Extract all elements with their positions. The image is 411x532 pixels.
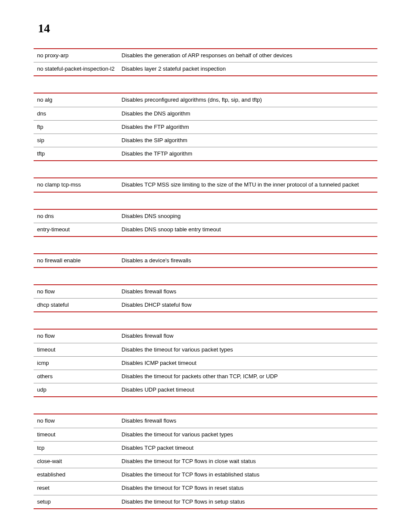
parameter-cell: tcp <box>34 441 118 454</box>
description-cell: Disables firewall flow <box>118 329 377 343</box>
description-cell: Disables the timeout for TCP flows in es… <box>118 468 377 482</box>
table-row: no firewall enableDisables a device's fi… <box>34 254 377 268</box>
table-row: no flowDisables firewall flow <box>34 329 377 343</box>
parameter-cell: tftp <box>34 147 118 161</box>
table-row: establishedDisables the timeout for TCP … <box>34 468 377 482</box>
reference-table: no algDisables preconfigured algorithms … <box>34 93 377 161</box>
table-row: resetDisables the timeout for TCP flows … <box>34 482 377 495</box>
table-row: othersDisables the timeout for packets o… <box>34 370 377 383</box>
description-cell: Disables TCP packet timeout <box>118 441 377 454</box>
table-row: dnsDisables the DNS algorithm <box>34 107 377 120</box>
parameter-cell: icmp <box>34 356 118 370</box>
parameter-cell: no dns <box>34 209 118 223</box>
description-cell: Disables the DNS algorithm <box>118 107 377 120</box>
table-row: close-waitDisables the timeout for TCP f… <box>34 454 377 468</box>
parameter-cell: no flow <box>34 329 118 343</box>
description-cell: Disables the timeout for packets other t… <box>118 370 377 383</box>
reference-table: no flowDisables firewall flowstimeoutDis… <box>34 414 377 509</box>
table-row: sipDisables the SIP algorithm <box>34 134 377 147</box>
parameter-cell: no stateful-packet-inspection-l2 <box>34 62 118 76</box>
parameter-cell: no clamp tcp-mss <box>34 178 118 192</box>
tables-container: no proxy-arpDisables the generation of A… <box>34 48 377 509</box>
table-row: setupDisables the timeout for TCP flows … <box>34 495 377 509</box>
table-row: ftpDisables the FTP algorithm <box>34 120 377 134</box>
parameter-cell: close-wait <box>34 454 118 468</box>
description-cell: Disables the timeout for TCP flows in se… <box>118 495 377 509</box>
description-cell: Disables DNS snooping <box>118 209 377 223</box>
table-row: udpDisables UDP packet timeout <box>34 383 377 397</box>
description-cell: Disables DNS snoop table entry timeout <box>118 223 377 236</box>
page: 14 no proxy-arpDisables the generation o… <box>0 0 411 532</box>
parameter-cell: entry-timeout <box>34 223 118 236</box>
description-cell: Disables the generation of ARP responses… <box>118 49 377 62</box>
description-cell: Disables the timeout for various packet … <box>118 343 377 356</box>
description-cell: Disables a device's firewalls <box>118 254 377 268</box>
parameter-cell: udp <box>34 383 118 397</box>
parameter-cell: no firewall enable <box>34 254 118 268</box>
page-number: 14 <box>38 22 377 35</box>
table-row: no dnsDisables DNS snooping <box>34 209 377 223</box>
table-row: entry-timeoutDisables DNS snoop table en… <box>34 223 377 236</box>
parameter-cell: dhcp stateful <box>34 299 118 312</box>
parameter-cell: no flow <box>34 285 118 299</box>
description-cell: Disables firewall flows <box>118 414 377 428</box>
parameter-cell: timeout <box>34 428 118 441</box>
parameter-cell: ftp <box>34 120 118 134</box>
table-row: no flowDisables firewall flows <box>34 285 377 299</box>
description-cell: Disables the SIP algorithm <box>118 134 377 147</box>
reference-table: no dnsDisables DNS snoopingentry-timeout… <box>34 209 377 237</box>
description-cell: Disables the TFTP algorithm <box>118 147 377 161</box>
table-row: no algDisables preconfigured algorithms … <box>34 93 377 107</box>
parameter-cell: others <box>34 370 118 383</box>
description-cell: Disables DHCP stateful flow <box>118 299 377 312</box>
description-cell: Disables the FTP algorithm <box>118 120 377 134</box>
table-row: no flowDisables firewall flows <box>34 414 377 428</box>
table-row: timeoutDisables the timeout for various … <box>34 343 377 356</box>
parameter-cell: no alg <box>34 93 118 107</box>
description-cell: Disables the timeout for various packet … <box>118 428 377 441</box>
reference-table: no clamp tcp-mssDisables TCP MSS size li… <box>34 177 377 192</box>
reference-table: no proxy-arpDisables the generation of A… <box>34 48 377 76</box>
description-cell: Disables preconfigured algorithms (dns, … <box>118 93 377 107</box>
table-row: timeoutDisables the timeout for various … <box>34 428 377 441</box>
parameter-cell: sip <box>34 134 118 147</box>
table-row: icmpDisables ICMP packet timeout <box>34 356 377 370</box>
table-row: no clamp tcp-mssDisables TCP MSS size li… <box>34 178 377 192</box>
table-row: no stateful-packet-inspection-l2Disables… <box>34 62 377 76</box>
table-row: tcpDisables TCP packet timeout <box>34 441 377 454</box>
description-cell: Disables UDP packet timeout <box>118 383 377 397</box>
parameter-cell: timeout <box>34 343 118 356</box>
parameter-cell: dns <box>34 107 118 120</box>
description-cell: Disables the timeout for TCP flows in re… <box>118 482 377 495</box>
description-cell: Disables the timeout for TCP flows in cl… <box>118 454 377 468</box>
parameter-cell: no flow <box>34 414 118 428</box>
description-cell: Disables ICMP packet timeout <box>118 356 377 370</box>
parameter-cell: established <box>34 468 118 482</box>
description-cell: Disables firewall flows <box>118 285 377 299</box>
table-row: dhcp statefulDisables DHCP stateful flow <box>34 299 377 312</box>
parameter-cell: no proxy-arp <box>34 49 118 62</box>
reference-table: no flowDisables firewall flowsdhcp state… <box>34 284 377 312</box>
reference-table: no flowDisables firewall flowtimeoutDisa… <box>34 329 377 397</box>
parameter-cell: reset <box>34 482 118 495</box>
parameter-cell: setup <box>34 495 118 509</box>
table-row: no proxy-arpDisables the generation of A… <box>34 49 377 62</box>
table-row: tftpDisables the TFTP algorithm <box>34 147 377 161</box>
description-cell: Disables TCP MSS size limiting to the si… <box>118 178 377 192</box>
reference-table: no firewall enableDisables a device's fi… <box>34 253 377 268</box>
description-cell: Disables layer 2 stateful packet inspect… <box>118 62 377 76</box>
